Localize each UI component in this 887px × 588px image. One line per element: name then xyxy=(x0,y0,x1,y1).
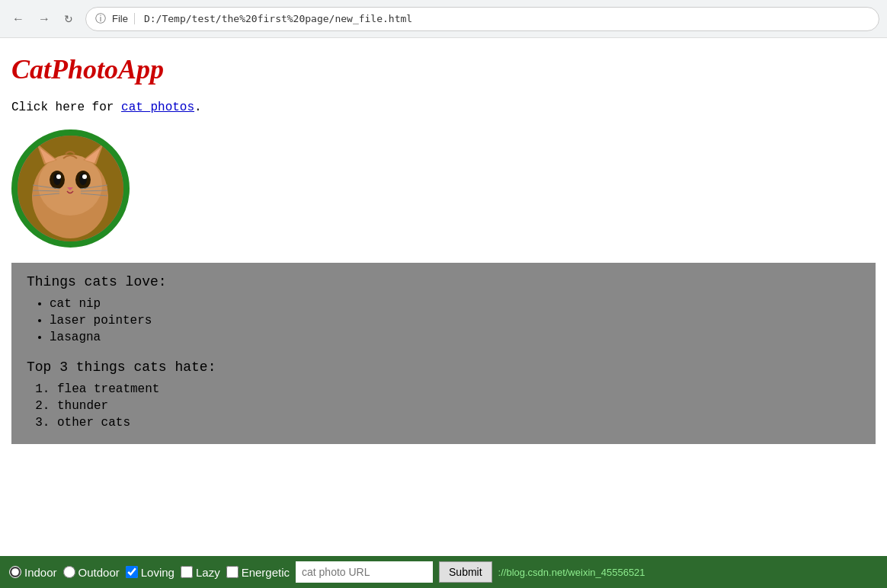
things-love-heading: Things cats love: xyxy=(27,274,864,289)
list-item: laser pointers xyxy=(50,314,864,328)
page-content: CatPhotoApp Click here for cat_photos. xyxy=(0,38,887,452)
outdoor-label: Outdoor xyxy=(78,566,120,579)
list-item: thunder xyxy=(57,399,864,413)
loving-label: Loving xyxy=(141,566,175,579)
back-button[interactable]: ← xyxy=(8,11,29,27)
list-item: other cats xyxy=(57,416,864,430)
intro-text-before: Click here for xyxy=(11,101,121,114)
lazy-checkbox-label[interactable]: Lazy xyxy=(181,566,220,579)
lazy-label: Lazy xyxy=(196,566,220,579)
cat-image xyxy=(11,129,130,248)
nav-buttons: ← → ↻ xyxy=(8,11,78,27)
indoor-label: Indoor xyxy=(24,566,57,579)
svg-point-2 xyxy=(38,155,102,216)
svg-point-10 xyxy=(79,173,87,185)
submit-button[interactable]: Submit xyxy=(439,561,492,583)
cat-photos-link[interactable]: cat_photos xyxy=(121,101,194,114)
lazy-checkbox[interactable] xyxy=(181,566,193,578)
bottom-bar: Indoor Outdoor Loving Lazy Energetic Sub… xyxy=(0,556,887,588)
svg-point-9 xyxy=(53,173,61,185)
svg-point-11 xyxy=(56,174,61,179)
outdoor-radio-label[interactable]: Outdoor xyxy=(63,566,120,579)
forward-button[interactable]: → xyxy=(34,11,55,27)
intro-text-after: . xyxy=(194,101,202,114)
photo-url-input[interactable] xyxy=(296,561,433,583)
energetic-label: Energetic xyxy=(242,566,290,579)
url-text: D:/Temp/test/the%20first%20page/new_file… xyxy=(144,13,412,24)
reload-button[interactable]: ↻ xyxy=(59,11,78,27)
intro-paragraph: Click here for cat_photos. xyxy=(11,101,876,114)
cat-svg xyxy=(18,136,123,241)
indoor-radio-label[interactable]: Indoor xyxy=(9,566,57,579)
csdn-link: ://blog.csdn.net/weixin_45556521 xyxy=(498,567,645,578)
list-item: flea treatment xyxy=(57,382,864,396)
indoor-radio[interactable] xyxy=(9,566,21,578)
loving-checkbox-label[interactable]: Loving xyxy=(126,566,175,579)
energetic-checkbox[interactable] xyxy=(226,566,239,578)
outdoor-radio[interactable] xyxy=(63,566,75,578)
file-label: File xyxy=(112,13,135,24)
loving-checkbox[interactable] xyxy=(126,566,138,578)
address-bar[interactable]: ⓘ File D:/Temp/test/the%20first%20page/n… xyxy=(85,7,879,31)
svg-point-12 xyxy=(82,174,87,179)
info-icon: ⓘ xyxy=(95,12,106,26)
energetic-checkbox-label[interactable]: Energetic xyxy=(226,566,290,579)
love-list: cat nip laser pointers lasagna xyxy=(27,297,864,344)
things-hate-heading: Top 3 things cats hate: xyxy=(27,360,864,375)
lists-section: Things cats love: cat nip laser pointers… xyxy=(11,263,876,444)
app-title: CatPhotoApp xyxy=(11,53,876,85)
cat-image-container xyxy=(11,129,876,248)
list-item: lasagna xyxy=(50,331,864,344)
browser-chrome: ← → ↻ ⓘ File D:/Temp/test/the%20first%20… xyxy=(0,0,887,38)
hate-list: flea treatment thunder other cats xyxy=(27,382,864,430)
list-item: cat nip xyxy=(50,297,864,311)
